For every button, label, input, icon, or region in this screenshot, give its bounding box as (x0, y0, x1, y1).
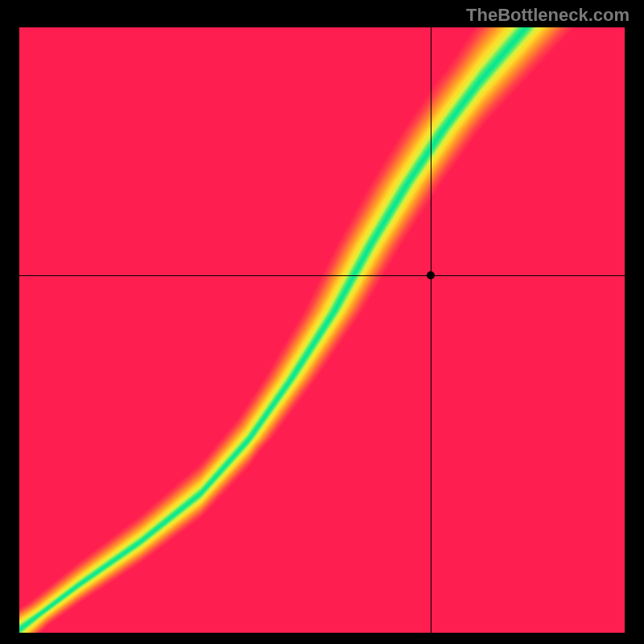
chart-container: TheBottleneck.com (0, 0, 644, 644)
watermark-text: TheBottleneck.com (466, 5, 630, 26)
heatmap-canvas (19, 27, 625, 633)
plot-area (19, 27, 625, 633)
crosshair-vertical (431, 27, 431, 633)
crosshair-horizontal (19, 275, 625, 276)
marker-point (427, 271, 435, 279)
